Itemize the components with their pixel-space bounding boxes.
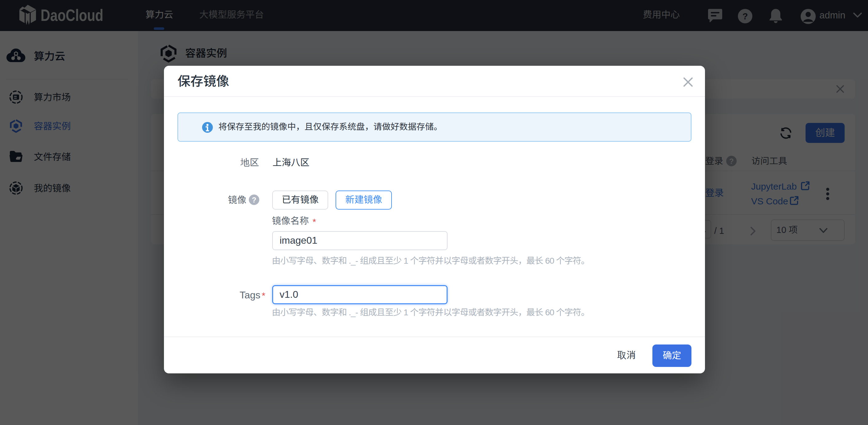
svg-text:?: ?: [252, 196, 256, 204]
